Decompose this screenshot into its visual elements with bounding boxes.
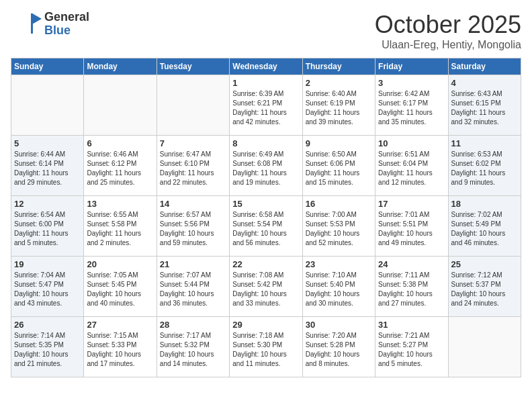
- day-info: Sunrise: 7:04 AM Sunset: 5:47 PM Dayligh…: [14, 271, 81, 308]
- day-info: Sunrise: 6:49 AM Sunset: 6:08 PM Dayligh…: [232, 150, 299, 187]
- day-info: Sunrise: 7:10 AM Sunset: 5:40 PM Dayligh…: [306, 271, 372, 308]
- weekday-header: Friday: [375, 58, 448, 75]
- day-number: 19: [14, 259, 81, 269]
- day-number: 12: [14, 199, 81, 209]
- day-number: 4: [451, 78, 518, 88]
- calendar-cell: 17Sunrise: 7:01 AM Sunset: 5:51 PM Dayli…: [375, 196, 448, 257]
- day-number: 1: [232, 78, 299, 88]
- day-number: 15: [232, 199, 299, 209]
- calendar-cell: 2Sunrise: 6:40 AM Sunset: 6:19 PM Daylig…: [302, 75, 375, 136]
- day-info: Sunrise: 6:58 AM Sunset: 5:54 PM Dayligh…: [232, 210, 299, 248]
- calendar-cell: 20Sunrise: 7:05 AM Sunset: 5:45 PM Dayli…: [84, 257, 157, 317]
- day-info: Sunrise: 7:20 AM Sunset: 5:28 PM Dayligh…: [306, 331, 372, 369]
- calendar-cell: 16Sunrise: 7:00 AM Sunset: 5:53 PM Dayli…: [302, 196, 375, 257]
- calendar-cell: 30Sunrise: 7:20 AM Sunset: 5:28 PM Dayli…: [302, 317, 375, 377]
- day-info: Sunrise: 7:05 AM Sunset: 5:45 PM Dayligh…: [87, 271, 153, 308]
- day-number: 9: [306, 138, 372, 148]
- calendar-cell: 27Sunrise: 7:15 AM Sunset: 5:33 PM Dayli…: [84, 317, 157, 377]
- weekday-header: Saturday: [448, 58, 521, 75]
- day-number: 18: [451, 199, 518, 209]
- calendar-cell: 14Sunrise: 6:57 AM Sunset: 5:56 PM Dayli…: [157, 196, 229, 257]
- calendar-week-row: 26Sunrise: 7:14 AM Sunset: 5:35 PM Dayli…: [11, 317, 521, 377]
- day-info: Sunrise: 7:01 AM Sunset: 5:51 PM Dayligh…: [378, 210, 445, 248]
- weekday-header: Thursday: [302, 58, 375, 75]
- day-info: Sunrise: 7:14 AM Sunset: 5:35 PM Dayligh…: [14, 331, 81, 369]
- day-number: 20: [87, 259, 153, 269]
- calendar-cell: 6Sunrise: 6:46 AM Sunset: 6:12 PM Daylig…: [84, 136, 157, 196]
- day-number: 22: [232, 259, 299, 269]
- calendar-cell: [11, 75, 84, 136]
- calendar-cell: 11Sunrise: 6:53 AM Sunset: 6:02 PM Dayli…: [448, 136, 521, 196]
- weekday-header: Monday: [84, 58, 157, 75]
- svg-rect-1: [31, 13, 33, 34]
- day-number: 23: [306, 259, 372, 269]
- day-info: Sunrise: 6:47 AM Sunset: 6:10 PM Dayligh…: [160, 150, 226, 187]
- title-area: October 2025 Ulaan-Ereg, Hentiy, Mongoli…: [375, 11, 521, 51]
- day-number: 6: [87, 138, 153, 148]
- day-number: 13: [87, 199, 153, 209]
- calendar-cell: 7Sunrise: 6:47 AM Sunset: 6:10 PM Daylig…: [157, 136, 229, 196]
- weekday-header: Tuesday: [157, 58, 229, 75]
- calendar-cell: 12Sunrise: 6:54 AM Sunset: 6:00 PM Dayli…: [11, 196, 84, 257]
- day-info: Sunrise: 7:11 AM Sunset: 5:38 PM Dayligh…: [378, 271, 445, 308]
- day-number: 10: [378, 138, 445, 148]
- calendar-cell: 9Sunrise: 6:50 AM Sunset: 6:06 PM Daylig…: [302, 136, 375, 196]
- day-number: 11: [451, 138, 518, 148]
- day-info: Sunrise: 6:43 AM Sunset: 6:15 PM Dayligh…: [451, 89, 518, 127]
- day-number: 28: [160, 320, 226, 330]
- calendar-cell: 18Sunrise: 7:02 AM Sunset: 5:49 PM Dayli…: [448, 196, 521, 257]
- day-info: Sunrise: 6:53 AM Sunset: 6:02 PM Dayligh…: [451, 150, 518, 187]
- day-info: Sunrise: 7:07 AM Sunset: 5:44 PM Dayligh…: [160, 271, 226, 308]
- day-number: 3: [378, 78, 445, 88]
- calendar-cell: 1Sunrise: 6:39 AM Sunset: 6:21 PM Daylig…: [230, 75, 302, 136]
- calendar-week-row: 5Sunrise: 6:44 AM Sunset: 6:14 PM Daylig…: [11, 136, 521, 196]
- day-number: 31: [378, 320, 445, 330]
- calendar-cell: 19Sunrise: 7:04 AM Sunset: 5:47 PM Dayli…: [11, 257, 84, 317]
- day-number: 30: [306, 320, 372, 330]
- weekday-header: Sunday: [11, 58, 84, 75]
- day-number: 21: [160, 259, 226, 269]
- day-info: Sunrise: 7:08 AM Sunset: 5:42 PM Dayligh…: [232, 271, 299, 308]
- svg-marker-0: [32, 13, 42, 24]
- calendar-cell: 24Sunrise: 7:11 AM Sunset: 5:38 PM Dayli…: [375, 257, 448, 317]
- day-info: Sunrise: 7:12 AM Sunset: 5:37 PM Dayligh…: [451, 271, 518, 308]
- logo-blue: Blue: [44, 24, 89, 38]
- day-number: 14: [160, 199, 226, 209]
- calendar-week-row: 1Sunrise: 6:39 AM Sunset: 6:21 PM Daylig…: [11, 75, 521, 136]
- calendar-cell: 29Sunrise: 7:18 AM Sunset: 5:30 PM Dayli…: [230, 317, 302, 377]
- calendar-cell: [157, 75, 229, 136]
- day-info: Sunrise: 6:42 AM Sunset: 6:17 PM Dayligh…: [378, 89, 445, 127]
- day-info: Sunrise: 6:39 AM Sunset: 6:21 PM Dayligh…: [232, 89, 299, 127]
- day-info: Sunrise: 7:00 AM Sunset: 5:53 PM Dayligh…: [306, 210, 372, 248]
- day-info: Sunrise: 7:17 AM Sunset: 5:32 PM Dayligh…: [160, 331, 226, 369]
- day-number: 2: [306, 78, 372, 88]
- calendar-week-row: 19Sunrise: 7:04 AM Sunset: 5:47 PM Dayli…: [11, 257, 521, 317]
- day-info: Sunrise: 6:55 AM Sunset: 5:58 PM Dayligh…: [87, 210, 153, 248]
- logo-general: General: [44, 11, 89, 24]
- day-info: Sunrise: 6:44 AM Sunset: 6:14 PM Dayligh…: [14, 150, 81, 187]
- day-number: 26: [14, 320, 81, 330]
- header: GeneralBlue October 2025 Ulaan-Ereg, Hen…: [11, 11, 521, 51]
- day-number: 5: [14, 138, 81, 148]
- day-info: Sunrise: 6:51 AM Sunset: 6:04 PM Dayligh…: [378, 150, 445, 187]
- calendar-cell: 5Sunrise: 6:44 AM Sunset: 6:14 PM Daylig…: [11, 136, 84, 196]
- day-info: Sunrise: 6:40 AM Sunset: 6:19 PM Dayligh…: [306, 89, 372, 127]
- day-number: 27: [87, 320, 153, 330]
- calendar-cell: 25Sunrise: 7:12 AM Sunset: 5:37 PM Dayli…: [448, 257, 521, 317]
- day-info: Sunrise: 6:57 AM Sunset: 5:56 PM Dayligh…: [160, 210, 226, 248]
- logo-icon: [11, 11, 44, 38]
- weekday-header-row: SundayMondayTuesdayWednesdayThursdayFrid…: [11, 58, 521, 75]
- calendar-cell: [84, 75, 157, 136]
- month-title: October 2025: [375, 11, 521, 39]
- day-number: 16: [306, 199, 372, 209]
- calendar-cell: 15Sunrise: 6:58 AM Sunset: 5:54 PM Dayli…: [230, 196, 302, 257]
- subtitle: Ulaan-Ereg, Hentiy, Mongolia: [375, 39, 521, 51]
- day-info: Sunrise: 7:15 AM Sunset: 5:33 PM Dayligh…: [87, 331, 153, 369]
- calendar-cell: 22Sunrise: 7:08 AM Sunset: 5:42 PM Dayli…: [230, 257, 302, 317]
- day-info: Sunrise: 6:54 AM Sunset: 6:00 PM Dayligh…: [14, 210, 81, 248]
- day-number: 24: [378, 259, 445, 269]
- weekday-header: Wednesday: [230, 58, 302, 75]
- calendar-cell: 21Sunrise: 7:07 AM Sunset: 5:44 PM Dayli…: [157, 257, 229, 317]
- calendar-cell: 10Sunrise: 6:51 AM Sunset: 6:04 PM Dayli…: [375, 136, 448, 196]
- day-info: Sunrise: 7:21 AM Sunset: 5:27 PM Dayligh…: [378, 331, 445, 369]
